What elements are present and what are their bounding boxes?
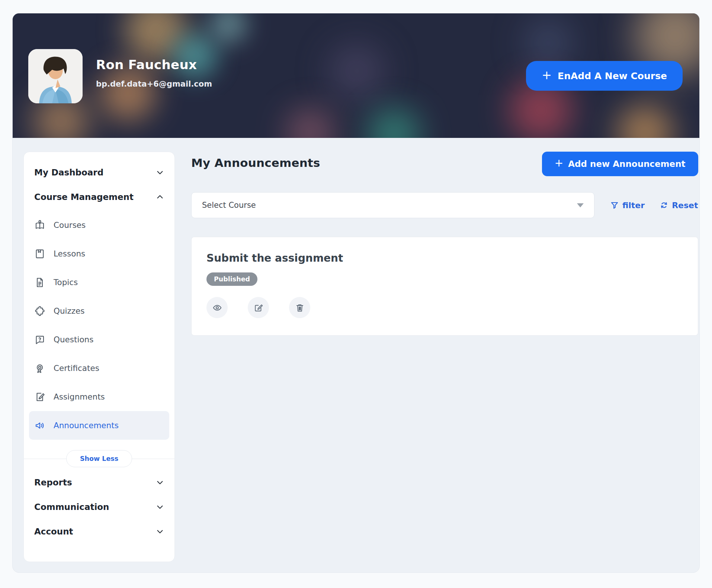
add-course-button-label: EnAdd A New Course [558, 71, 667, 81]
filter-link[interactable]: filter [610, 201, 645, 210]
avatar-portrait-graphic [28, 49, 83, 103]
course-management-sub-list: Courses Lessons Topics [24, 209, 174, 443]
sidebar-item-label: Quizzes [54, 306, 85, 316]
avatar [28, 49, 83, 103]
quizzes-icon [34, 306, 45, 317]
page-title: My Announcements [191, 152, 320, 169]
sidebar-item-label: Lessons [54, 249, 85, 258]
plus-icon: + [555, 158, 563, 168]
sidebar-item-label: Assignments [54, 392, 105, 401]
eye-icon [212, 303, 222, 313]
announcement-title: Submit the assignment [206, 252, 683, 264]
filter-funnel-icon [610, 201, 619, 210]
sidebar-item-label: Announcements [54, 421, 119, 430]
sidebar-item-label: Questions [54, 335, 93, 344]
add-announcement-button-label: Add new Announcement [568, 159, 685, 169]
dashboard-sidebar: My Dashboard Course Management Courses [23, 152, 175, 562]
assignments-icon [34, 391, 45, 403]
profile-name: Ron Faucheux [96, 57, 197, 72]
announcements-main: My Announcements + Add new Announcement … [191, 152, 698, 336]
sidebar-item-label: Topics [54, 278, 78, 287]
sidebar-section-my-dashboard[interactable]: My Dashboard [24, 160, 174, 185]
status-badge: Published [206, 272, 257, 286]
show-less-button[interactable]: Show Less [66, 450, 132, 467]
select-course-value: Select Course [202, 201, 256, 210]
select-course-dropdown[interactable]: Select Course [191, 192, 594, 218]
show-less-divider: Show Less [24, 450, 174, 467]
sidebar-section-reports[interactable]: Reports [24, 470, 174, 495]
sidebar-section-course-management[interactable]: Course Management [24, 185, 174, 209]
sidebar-item-certificates[interactable]: Certificates [29, 354, 169, 382]
certificates-icon [34, 363, 45, 374]
sidebar-item-announcements[interactable]: Announcements [29, 411, 169, 440]
chevron-down-icon [156, 503, 164, 511]
reset-link[interactable]: Reset [660, 201, 698, 210]
sidebar-item-quizzes[interactable]: Quizzes [29, 297, 169, 325]
section-label: Reports [34, 478, 72, 487]
sidebar-section-account[interactable]: Account [24, 519, 174, 544]
sidebar-item-courses[interactable]: Courses [29, 211, 169, 239]
announcement-card: Submit the assignment Published [191, 237, 698, 336]
profile-header-banner: Ron Faucheux bp.def.data+6@gmail.com + E… [13, 13, 699, 138]
sidebar-item-lessons[interactable]: Lessons [29, 239, 169, 268]
courses-icon [34, 220, 45, 231]
reset-link-label: Reset [672, 201, 698, 210]
announcement-actions [206, 297, 683, 318]
topics-icon [34, 277, 45, 288]
section-label: Course Management [34, 192, 134, 202]
trash-icon [295, 303, 305, 313]
plus-icon: + [542, 69, 552, 81]
sidebar-item-topics[interactable]: Topics [29, 268, 169, 297]
chevron-down-icon [156, 478, 164, 487]
edit-announcement-button[interactable] [248, 297, 269, 318]
edit-icon [254, 303, 263, 313]
add-new-course-button[interactable]: + EnAdd A New Course [526, 61, 683, 91]
chevron-down-icon [156, 527, 164, 536]
lessons-icon [34, 248, 45, 259]
sidebar-item-assignments[interactable]: Assignments [29, 382, 169, 411]
sidebar-item-label: Courses [54, 220, 86, 230]
filter-link-label: filter [622, 201, 645, 210]
view-announcement-button[interactable] [206, 297, 228, 318]
add-new-announcement-button[interactable]: + Add new Announcement [542, 152, 698, 176]
announcements-icon [34, 420, 45, 431]
section-label: Account [34, 527, 73, 536]
questions-icon [34, 334, 45, 345]
chevron-down-icon [156, 168, 164, 177]
sidebar-item-label: Certificates [54, 364, 99, 373]
sidebar-section-communication[interactable]: Communication [24, 495, 174, 519]
chevron-up-icon [156, 193, 164, 201]
section-label: My Dashboard [34, 168, 103, 177]
dropdown-caret-icon [577, 203, 584, 207]
section-label: Communication [34, 502, 109, 512]
dashboard-app: Ron Faucheux bp.def.data+6@gmail.com + E… [12, 13, 700, 573]
profile-email: bp.def.data+6@gmail.com [96, 80, 212, 88]
reset-refresh-icon [660, 201, 668, 210]
sidebar-item-questions[interactable]: Questions [29, 325, 169, 354]
delete-announcement-button[interactable] [289, 297, 310, 318]
